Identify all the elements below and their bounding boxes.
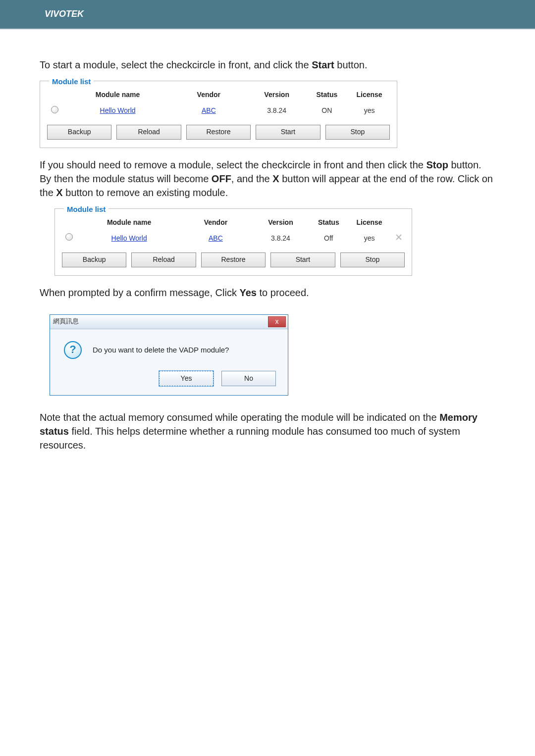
col-version: Version (252, 215, 309, 231)
module-table-off: Module name Vendor Version Status Licens… (60, 215, 407, 247)
dialog-body: ? Do you want to delete the VADP module? (50, 329, 288, 371)
reload-button[interactable]: Reload (131, 252, 196, 267)
status-cell: Off (310, 230, 348, 247)
p3-a: When prompted by a confirm message, Clic… (40, 287, 240, 298)
version-cell: 3.8.24 (247, 103, 307, 119)
version-cell: 3.8.24 (252, 230, 309, 247)
col-vendor: Vendor (171, 87, 247, 103)
p2-c: , and the (231, 173, 272, 184)
module-name-link[interactable]: Hello World (100, 106, 136, 114)
table-row: Hello World ABC 3.8.24 Off yes (60, 230, 407, 247)
backup-button[interactable]: Backup (62, 252, 126, 267)
header-bar: VIVOTEK (0, 0, 535, 29)
backup-button[interactable]: Backup (47, 125, 111, 140)
p2-e: button to remove an existing module. (63, 187, 228, 198)
confirm-dialog: 網頁訊息 x ? Do you want to delete the VADP … (50, 314, 288, 396)
module-list-legend: Module list (49, 76, 94, 87)
p4-a: Note that the actual memory consumed whi… (40, 412, 439, 423)
reload-button[interactable]: Reload (116, 125, 181, 140)
p3-b: to proceed. (257, 287, 309, 298)
module-list-panel-on: Module list Module name Vendor Version S… (40, 81, 397, 148)
module-table-on: Module name Vendor Version Status Licens… (45, 87, 392, 119)
col-name: Module name (79, 215, 180, 231)
p2-off: OFF (212, 173, 231, 184)
restore-button[interactable]: Restore (201, 252, 266, 267)
status-cell: ON (307, 103, 347, 119)
dialog-no-button[interactable]: No (221, 371, 276, 387)
restore-button[interactable]: Restore (186, 125, 251, 140)
col-status: Status (307, 87, 347, 103)
dialog-title: 網頁訊息 (53, 317, 79, 326)
delete-icon[interactable] (395, 234, 402, 241)
close-icon[interactable]: x (268, 316, 286, 327)
question-icon: ? (64, 341, 82, 359)
intro-text-a: To start a module, select the checkcircl… (40, 59, 312, 70)
intro-start-bold: Start (312, 59, 334, 70)
intro-paragraph: To start a module, select the checkcircl… (40, 58, 495, 72)
vendor-link[interactable]: ABC (209, 234, 223, 242)
module-button-row-2: Backup Reload Restore Start Stop (60, 252, 407, 268)
col-version: Version (247, 87, 307, 103)
table-header-row: Module name Vendor Version Status Licens… (45, 87, 392, 103)
start-button[interactable]: Start (256, 125, 320, 140)
module-list-panel-off: Module list Module name Vendor Version S… (54, 208, 412, 276)
vendor-link[interactable]: ABC (202, 106, 216, 114)
page-content: To start a module, select the checkcircl… (0, 29, 535, 756)
confirm-paragraph: When prompted by a confirm message, Clic… (40, 286, 495, 300)
stop-button[interactable]: Stop (325, 125, 390, 140)
intro-text-b: button. (334, 59, 368, 70)
brand-label: VIVOTEK (45, 9, 84, 19)
remove-paragraph: If you should need to remove a module, s… (40, 158, 495, 200)
memory-paragraph: Note that the actual memory consumed whi… (40, 410, 495, 452)
dialog-button-row: Yes No (50, 371, 288, 396)
col-name: Module name (64, 87, 171, 103)
license-cell: yes (347, 103, 392, 119)
module-button-row: Backup Reload Restore Start Stop (45, 124, 392, 141)
p3-yes: Yes (240, 287, 257, 298)
select-radio[interactable] (51, 106, 58, 113)
p2-a: If you should need to remove a module, s… (40, 159, 426, 170)
select-radio[interactable] (65, 233, 73, 241)
dialog-message: Do you want to delete the VADP module? (93, 345, 229, 355)
table-row: Hello World ABC 3.8.24 ON yes (45, 103, 392, 119)
dialog-titlebar: 網頁訊息 x (50, 315, 288, 329)
p4-b: field. This helps determine whether a ru… (40, 426, 460, 451)
license-cell: yes (348, 230, 391, 247)
col-license: License (347, 87, 392, 103)
col-vendor: Vendor (180, 215, 252, 231)
col-status: Status (310, 215, 348, 231)
p2-x2: X (56, 187, 62, 198)
dialog-yes-button[interactable]: Yes (159, 371, 214, 387)
col-license: License (348, 215, 391, 231)
module-list-legend-2: Module list (64, 204, 108, 214)
p2-x1: X (272, 173, 279, 184)
start-button[interactable]: Start (270, 252, 335, 267)
stop-button[interactable]: Stop (340, 252, 405, 267)
module-name-link[interactable]: Hello World (111, 234, 147, 242)
p2-stop: Stop (426, 159, 448, 170)
table-header-row: Module name Vendor Version Status Licens… (60, 215, 407, 231)
